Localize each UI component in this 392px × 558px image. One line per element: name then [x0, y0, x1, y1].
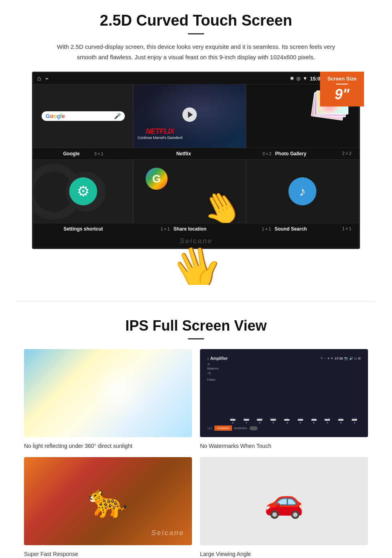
- gallery-size-val: 3 × 2: [262, 152, 272, 156]
- fader-label: Fader: [207, 378, 223, 381]
- share-name: Share location: [174, 226, 207, 232]
- gallery-name: Photo Gallery: [275, 151, 306, 157]
- amp-bar-200hz: 200hz 5: [254, 417, 266, 424]
- device-screen: ⌂ ⌁ ✱ ◎ ▼ 15:06 📷 ◁) ✕ ▭: [32, 72, 360, 249]
- netflix-subtitle: Continue Marvel's Daredevil: [138, 136, 182, 140]
- netflix-play-button[interactable]: [182, 107, 197, 122]
- music-note-icon: ♪: [299, 184, 306, 199]
- loudness-toggle[interactable]: [250, 426, 258, 430]
- badge-size: 9": [326, 86, 358, 102]
- cheetah-caption: Super Fast Response: [24, 551, 192, 557]
- google-logo: Google: [46, 113, 65, 119]
- amp-content: ⚌ Balance ◁) Fader 60hz: [207, 362, 361, 424]
- usb-icon: ⌁: [45, 75, 48, 82]
- loudness-label: loudness: [234, 426, 247, 430]
- device-container: Screen Size 9" ⌂ ⌁ ✱ ◎ ▼ 15:06 📷 ◁) ✕ ▭: [32, 72, 360, 249]
- section-curved-screen: 2.5D Curved Touch Screen With 2.5D curve…: [0, 0, 392, 293]
- sunlight-caption: No light reflecting under 360° direct su…: [24, 443, 192, 449]
- amp-bottom-bar: ◁◁ Custom loudness: [207, 426, 361, 431]
- amp-bar-10k: 10k 0: [308, 417, 320, 424]
- amp-icons: ⠿ ⋯ ♥ ▼: [320, 357, 334, 360]
- amp-handle[interactable]: [270, 419, 276, 421]
- amp-handle[interactable]: [244, 419, 249, 421]
- google-name: Google: [63, 151, 80, 157]
- amp-bar-15k: 15k 0: [334, 417, 347, 424]
- volume-small-icon: ◁): [207, 371, 223, 375]
- sound-search-cell[interactable]: ♪: [246, 159, 359, 223]
- hand-pointing-icon: 🤚: [195, 182, 246, 223]
- amp-bar-12-5k: 12.5k 0: [321, 417, 334, 424]
- google-size: [81, 152, 93, 156]
- car-caption: Large Viewing Angle: [200, 551, 368, 557]
- amp-handle[interactable]: [324, 419, 330, 421]
- section-ips-screen: IPS Full Screen View No light reflecting…: [0, 309, 392, 558]
- cheetah-icon: 🐆: [88, 482, 128, 520]
- amp-balance-control: ⚌ Balance ◁): [207, 362, 223, 375]
- custom-button[interactable]: Custom: [214, 426, 232, 431]
- image-grid: No light reflecting under 360° direct su…: [24, 349, 368, 557]
- share-label: 1 × 1 Share location: [133, 225, 234, 233]
- settings-name: Settings shortcut: [64, 226, 103, 232]
- section2-underline: [188, 338, 204, 339]
- google-search-bar[interactable]: Google 🎤: [42, 111, 125, 121]
- google-app-cell[interactable]: Google 🎤: [33, 84, 133, 148]
- gear-icon: ⚙: [77, 183, 90, 200]
- amp-bar-1k: 1k -3: [280, 417, 293, 424]
- share-size: 1 × 1: [262, 227, 271, 231]
- amp-handle[interactable]: [352, 419, 357, 421]
- google-g-icon: G: [146, 168, 168, 190]
- car-image: 🚗: [200, 457, 368, 545]
- home-icon[interactable]: ⌂: [37, 75, 41, 82]
- amp-handle[interactable]: [311, 419, 317, 421]
- mic-icon[interactable]: 🎤: [114, 113, 121, 119]
- section-divider: [16, 301, 376, 301]
- cheetah-image-item: 🐆 Seicane Super Fast Response: [24, 457, 192, 557]
- amp-screen: ⌂ Amplifier ⠿ ⋯ ♥ ▼ 17:33 📷 🔊 ▭ ⊟ ⚌ Bala…: [204, 353, 364, 433]
- amp-topbar: ⌂ Amplifier ⠿ ⋯ ♥ ▼ 17:33 📷 🔊 ▭ ⊟: [207, 356, 361, 361]
- amp-handle[interactable]: [230, 419, 236, 421]
- amp-bar-sub: SUB 0: [348, 417, 361, 424]
- settings-label: Settings shortcut: [33, 225, 133, 233]
- equalizer-caption: No Watermarks When Touch: [200, 443, 368, 449]
- sunlight-image: [24, 349, 192, 437]
- amp-handle[interactable]: [284, 419, 290, 421]
- play-triangle-icon: [188, 111, 193, 118]
- app-labels-bottom: Settings shortcut 1 × 1 Share location 1…: [33, 223, 359, 235]
- status-bar: ⌂ ⌁ ✱ ◎ ▼ 15:06 📷 ◁) ✕ ▭: [33, 73, 359, 84]
- netflix-logo-overlay: NETFLIX Continue Marvel's Daredevil: [138, 127, 182, 140]
- gallery-size-label: 2 × 2: [335, 150, 359, 158]
- amp-bar-100hz: 100hz 4: [240, 417, 253, 424]
- cheetah-watermark: Seicane: [151, 529, 184, 537]
- netflix-app-cell[interactable]: NETFLIX Continue Marvel's Daredevil: [133, 84, 246, 148]
- settings-size: 1 × 1: [161, 227, 170, 231]
- sunlight-image-item: No light reflecting under 360° direct su…: [24, 349, 192, 449]
- equalizer-icon: ⚌: [207, 362, 223, 366]
- amp-handle[interactable]: [298, 419, 303, 421]
- amp-handle[interactable]: [338, 419, 344, 421]
- app-labels-top: Google 3 × 1 Netflix 3 × 2 Photo Gallery…: [33, 148, 359, 159]
- share-location-cell[interactable]: G 🤚: [133, 159, 246, 223]
- badge-title: Screen Size: [326, 76, 358, 82]
- app-grid-top: Google 🎤 NETFLIX Continue Marvel's Dared…: [33, 84, 359, 148]
- amp-title: Amplifier: [210, 356, 228, 361]
- car-image-item: 🚗 Large Viewing Angle: [200, 457, 368, 557]
- equalizer-image: ⌂ Amplifier ⠿ ⋯ ♥ ▼ 17:33 📷 🔊 ▭ ⊟ ⚌ Bala…: [200, 349, 368, 437]
- amp-bar-500hz: 500hz 0: [267, 417, 280, 424]
- amp-time: 17:33: [335, 357, 343, 360]
- amp-fader-control: Fader: [207, 378, 223, 381]
- location-icon: ◎: [296, 76, 300, 81]
- badge-line: [336, 84, 348, 84]
- amp-handle[interactable]: [257, 419, 262, 421]
- section2-title: IPS Full Screen View: [24, 317, 368, 334]
- home-icon-amp: ⌂: [207, 357, 209, 360]
- section1-title: 2.5D Curved Touch Screen: [24, 12, 368, 29]
- amp-bar-2-5k: 2.5k 0: [294, 417, 307, 424]
- sound-size: 1 × 1: [342, 227, 352, 231]
- gallery-size: 2 × 2: [342, 151, 352, 156]
- screen-size-badge: Screen Size 9": [320, 72, 364, 106]
- settings-app-cell[interactable]: ⚙: [33, 159, 133, 223]
- amp-status-icons: 📷 🔊 ▭ ⊟: [344, 357, 361, 360]
- settings-icon-circle: ⚙: [69, 177, 97, 205]
- signal-icon: ▼: [303, 76, 308, 81]
- equalizer-image-item: ⌂ Amplifier ⠿ ⋯ ♥ ▼ 17:33 📷 🔊 ▭ ⊟ ⚌ Bala…: [200, 349, 368, 449]
